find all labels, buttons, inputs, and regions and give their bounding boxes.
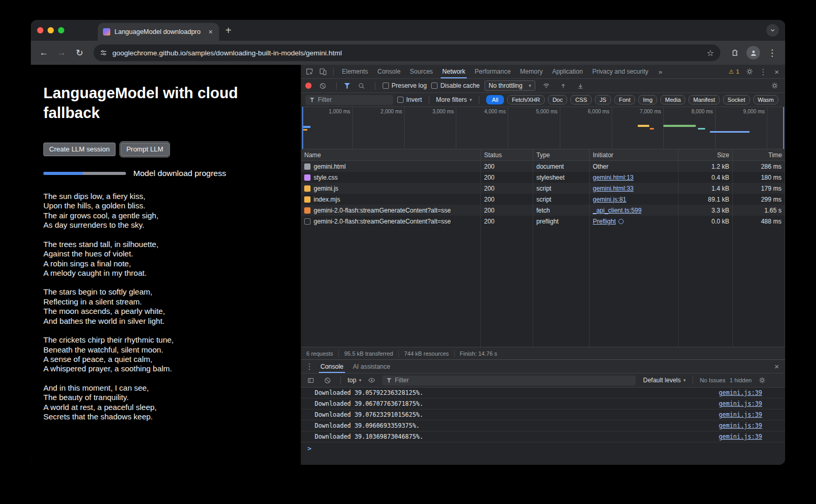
invert-checkbox[interactable]: Invert xyxy=(397,96,422,103)
network-request-row[interactable]: index.mjs200scriptgemini.js:8189.1 kB299… xyxy=(301,194,785,205)
network-conditions-icon[interactable] xyxy=(540,79,553,92)
filter-chip-doc[interactable]: Doc xyxy=(548,95,568,104)
filter-chip-socket[interactable]: Socket xyxy=(723,95,750,104)
devtools-tab-elements[interactable]: Elements xyxy=(337,65,373,78)
devtools-tab-console[interactable]: Console xyxy=(373,65,405,78)
filter-chip-manifest[interactable]: Manifest xyxy=(688,95,720,104)
request-status: 200 xyxy=(481,161,533,172)
console-prompt[interactable]: > xyxy=(301,442,785,454)
drawer-close-icon[interactable]: × xyxy=(771,360,783,373)
record-network-log-button[interactable] xyxy=(305,83,312,89)
bookmark-icon[interactable]: ☆ xyxy=(707,48,714,58)
filter-chip-wasm[interactable]: Wasm xyxy=(753,95,779,104)
column-header-size[interactable]: Size xyxy=(679,149,733,160)
drawer-tab-ai-assistance[interactable]: AI assistance xyxy=(348,360,395,373)
inspect-element-icon[interactable] xyxy=(303,65,316,78)
filter-chip-all[interactable]: All xyxy=(486,95,504,104)
new-tab-button[interactable]: + xyxy=(225,25,232,36)
export-har-icon[interactable] xyxy=(574,79,587,92)
search-icon[interactable] xyxy=(355,79,367,92)
drawer-menu-icon[interactable]: ⋮ xyxy=(303,360,316,373)
console-filter-input[interactable]: Filter xyxy=(382,376,636,385)
tab-close-icon[interactable]: × xyxy=(208,28,214,36)
filter-chip-img[interactable]: Img xyxy=(638,95,657,104)
extensions-icon[interactable] xyxy=(727,45,742,61)
devtools-menu-icon[interactable]: ⋮ xyxy=(757,65,769,78)
network-request-row[interactable]: gemini.js200scriptgemini.html:331.4 kB17… xyxy=(301,183,785,194)
column-header-initiator[interactable]: Initiator xyxy=(590,149,679,160)
initiator-link[interactable]: _api_client.ts:599 xyxy=(593,207,641,214)
filter-chip-css[interactable]: CSS xyxy=(570,95,592,104)
devtools-tab-network[interactable]: Network xyxy=(438,65,470,78)
devtools-tab-application[interactable]: Application xyxy=(547,65,588,78)
network-filter-input[interactable]: Filter xyxy=(305,95,393,105)
console-source-link[interactable]: gemini.js:39 xyxy=(719,411,762,418)
prompt-llm-button[interactable]: Prompt LLM xyxy=(121,143,169,156)
import-har-icon[interactable] xyxy=(557,79,570,92)
column-header-type[interactable]: Type xyxy=(533,149,590,160)
issues-warning-badge[interactable]: ⚠1 xyxy=(729,68,739,75)
initiator-link[interactable]: Preflight xyxy=(593,218,616,225)
request-type: script xyxy=(533,194,590,205)
network-overview[interactable]: 1,000 ms2,000 ms3,000 ms4,000 ms5,000 ms… xyxy=(301,107,785,149)
device-toolbar-icon[interactable] xyxy=(317,65,329,78)
network-request-row[interactable]: gemini.html200documentOther1.2 kB286 ms xyxy=(301,161,785,172)
column-header-status[interactable]: Status xyxy=(481,149,533,160)
more-filters-label: More filters xyxy=(436,96,467,103)
filter-chip-media[interactable]: Media xyxy=(660,95,685,104)
request-size: 0.0 kB xyxy=(679,216,733,227)
more-filters-button[interactable]: More filters▾ xyxy=(436,96,472,103)
forward-button[interactable]: → xyxy=(54,45,70,61)
browser-tab[interactable]: LanguageModel downloadpro × xyxy=(98,23,219,41)
devtools-tab-privacy-and-security[interactable]: Privacy and security xyxy=(588,65,653,78)
create-llm-session-button[interactable]: Create LLM session xyxy=(43,143,116,156)
back-button[interactable]: ← xyxy=(36,45,52,61)
disable-cache-checkbox[interactable]: Disable cache xyxy=(431,82,479,89)
clear-network-log-icon[interactable] xyxy=(316,79,329,92)
console-source-link[interactable]: gemini.js:39 xyxy=(719,389,762,396)
devtools-close-icon[interactable]: × xyxy=(771,65,783,78)
network-request-row[interactable]: style.css200stylesheetgemini.html:130.4 … xyxy=(301,172,785,183)
preserve-log-checkbox[interactable]: Preserve log xyxy=(383,82,427,89)
log-levels-select[interactable]: Default levels▾ xyxy=(643,377,686,384)
initiator-link[interactable]: gemini.html:13 xyxy=(593,174,634,181)
devtools-tab-memory[interactable]: Memory xyxy=(515,65,547,78)
console-source-link[interactable]: gemini.js:39 xyxy=(719,422,762,429)
network-request-row[interactable]: gemini-2.0-flash:streamGenerateContent?a… xyxy=(301,205,785,216)
clear-console-icon[interactable] xyxy=(321,373,334,387)
network-settings-icon[interactable] xyxy=(768,79,781,92)
console-source-link[interactable]: gemini.js:39 xyxy=(719,400,762,407)
more-tabs-icon[interactable]: » xyxy=(654,65,666,78)
reload-button[interactable]: ↻ xyxy=(72,45,87,61)
initiator-link[interactable]: gemini.html:33 xyxy=(593,185,634,192)
console-source-link[interactable]: gemini.js:39 xyxy=(719,433,762,440)
console-context-select[interactable]: top▾ xyxy=(348,377,361,384)
devtools-tab-performance[interactable]: Performance xyxy=(470,65,515,78)
address-bar[interactable]: googlechrome.github.io/samples/downloadi… xyxy=(94,44,720,61)
filter-toggle-icon[interactable] xyxy=(344,83,350,89)
network-request-row[interactable]: gemini-2.0-flash:streamGenerateContent?a… xyxy=(301,216,785,227)
devtools-settings-icon[interactable] xyxy=(743,65,756,78)
tab-search-button[interactable] xyxy=(766,24,779,37)
live-expression-icon[interactable] xyxy=(365,373,378,387)
column-header-name[interactable]: Name xyxy=(301,149,481,160)
filter-chip-js[interactable]: JS xyxy=(595,95,611,104)
site-settings-icon[interactable] xyxy=(100,49,107,56)
window-close-button[interactable] xyxy=(37,27,43,33)
window-minimize-button[interactable] xyxy=(48,27,54,33)
devtools-tab-sources[interactable]: Sources xyxy=(405,65,438,78)
console-settings-icon[interactable] xyxy=(756,373,768,387)
filter-chip-fetch-xhr[interactable]: Fetch/XHR xyxy=(507,95,545,104)
drawer-tab-console[interactable]: Console xyxy=(316,360,348,373)
initiator-link[interactable]: gemini.js:81 xyxy=(593,196,626,203)
filter-chip-font[interactable]: Font xyxy=(614,95,635,104)
console-sidebar-icon[interactable] xyxy=(304,373,317,387)
column-header-time[interactable]: Time xyxy=(733,149,785,160)
profile-avatar[interactable] xyxy=(746,46,760,60)
throttling-select[interactable]: No throttling▾ xyxy=(485,80,535,91)
window-zoom-button[interactable] xyxy=(58,27,64,33)
timeline-activity-bar xyxy=(698,128,705,130)
hidden-messages-count[interactable]: 1 hidden xyxy=(730,377,752,383)
browser-menu-icon[interactable]: ⋮ xyxy=(764,45,780,61)
issues-status[interactable]: No Issues xyxy=(700,377,726,383)
